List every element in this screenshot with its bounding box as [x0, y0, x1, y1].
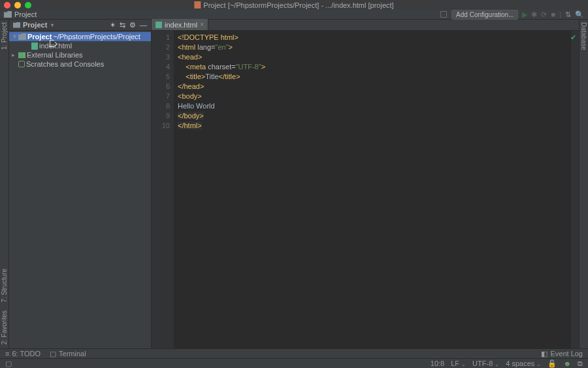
- stop-icon[interactable]: ■: [551, 10, 555, 18]
- scratch-icon: [18, 61, 25, 67]
- window-title: Project [~/PhpstormProjects/Project] - .…: [194, 1, 393, 9]
- folder-icon: [4, 11, 12, 18]
- navigation-bar: Project Add Configuration... ▶ ✱ ⟳ ■ | ⇅…: [0, 10, 588, 20]
- hide-icon[interactable]: —: [140, 21, 147, 29]
- eventlog-icon: ◧: [541, 350, 547, 358]
- line-gutter: 12345678910: [152, 31, 174, 348]
- editor-marker-strip[interactable]: [571, 31, 579, 348]
- tool-database[interactable]: Database: [580, 22, 587, 50]
- sidebar-header: Project ▾ ✶ ⇆ ⚙ —: [9, 20, 151, 31]
- chevron-down-icon[interactable]: ▾: [51, 22, 54, 28]
- close-tab-icon[interactable]: ×: [200, 21, 204, 28]
- tree-scratch-label: Scratches and Consoles: [26, 60, 104, 68]
- html-file-icon: [155, 22, 162, 28]
- status-left-icon[interactable]: ▢: [5, 360, 12, 368]
- html-file-icon: [31, 42, 38, 50]
- editor-area: index.html × 12345678910 <!DOCTYPE html>…: [152, 20, 579, 348]
- library-icon: [18, 52, 25, 58]
- tree-scratches[interactable]: Scratches and Consoles: [9, 59, 151, 69]
- tab-index-html[interactable]: index.html ×: [152, 19, 208, 30]
- tool-project[interactable]: 1: Project: [1, 22, 8, 50]
- tree-root-path: ~/PhpstormProjects/Project: [53, 33, 140, 41]
- tab-label: index.html: [165, 21, 197, 29]
- file-icon: [194, 1, 201, 8]
- terminal-icon: ▢: [50, 350, 56, 358]
- project-tree[interactable]: ▼ Project ~/PhpstormProjects/Project ind…: [9, 31, 151, 70]
- right-tool-gutter: Database: [579, 20, 588, 348]
- status-readonly-icon[interactable]: 🔓: [547, 360, 557, 368]
- run-icon[interactable]: ▶: [522, 10, 527, 19]
- tool-terminal[interactable]: ▢Terminal: [50, 350, 86, 358]
- sidebar-title[interactable]: Project: [23, 21, 47, 29]
- todo-icon: ≡: [5, 350, 9, 358]
- search-icon[interactable]: 🔍: [575, 10, 584, 19]
- expand-icon[interactable]: ▸: [12, 52, 17, 58]
- tool-favorites[interactable]: 2: Favorites: [1, 310, 8, 344]
- breadcrumb-project[interactable]: Project: [14, 10, 37, 18]
- status-encoding[interactable]: UTF-8 ⌄: [472, 360, 499, 367]
- locate-icon[interactable]: ✶: [110, 21, 116, 29]
- status-caret-pos[interactable]: 10:8: [431, 360, 444, 367]
- coverage-icon[interactable]: ⟳: [541, 10, 547, 19]
- tree-file-index[interactable]: index.html: [9, 41, 151, 50]
- tool-event-log[interactable]: ◧Event Log: [541, 350, 583, 358]
- project-sidebar: Project ▾ ✶ ⇆ ⚙ — ▼ Project ~/PhpstormPr…: [9, 20, 152, 348]
- folder-icon: [13, 22, 20, 28]
- window-title-text: Project [~/PhpstormProjects/Project] - .…: [203, 1, 393, 9]
- debug-icon[interactable]: ✱: [531, 10, 537, 19]
- tree-file-label: index.html: [39, 42, 72, 50]
- editor-body[interactable]: 12345678910 <!DOCTYPE html> <html lang="…: [152, 31, 579, 348]
- tree-root-name: Project: [27, 33, 52, 41]
- tree-project-root[interactable]: ▼ Project ~/PhpstormProjects/Project: [9, 32, 151, 41]
- status-bar: ▢ 10:8 LF ⌄ UTF-8 ⌄ 4 spaces ⌄ 🔓 ☻ ⧉: [0, 358, 588, 368]
- update-icon[interactable]: ⇅: [565, 10, 571, 19]
- traffic-lights: [4, 2, 31, 8]
- tree-external-libs[interactable]: ▸ External Libraries: [9, 50, 151, 59]
- close-window-icon[interactable]: [4, 2, 10, 8]
- left-tool-gutter: 1: Project 7: Structure 2: Favorites: [0, 20, 9, 348]
- tool-structure[interactable]: 7: Structure: [1, 269, 8, 303]
- zoom-window-icon[interactable]: [25, 2, 31, 8]
- build-icon[interactable]: [440, 10, 448, 18]
- gear-icon[interactable]: ⚙: [129, 21, 136, 29]
- collapse-icon[interactable]: ⇆: [120, 21, 125, 29]
- status-line-ending[interactable]: LF ⌄: [451, 360, 466, 367]
- folder-icon: [18, 33, 26, 40]
- window-titlebar: Project [~/PhpstormProjects/Project] - .…: [0, 0, 588, 10]
- editor-tabs: index.html ×: [152, 20, 579, 31]
- add-configuration-button[interactable]: Add Configuration...: [451, 10, 518, 20]
- status-inspection-icon[interactable]: ☻: [563, 360, 571, 367]
- status-indent[interactable]: 4 spaces ⌄: [506, 360, 541, 367]
- tool-todo[interactable]: ≡6: TODO: [5, 350, 41, 358]
- bottom-toolbar: ≡6: TODO ▢Terminal ◧Event Log: [0, 348, 588, 358]
- expand-icon[interactable]: ▼: [12, 33, 17, 40]
- tree-libs-label: External Libraries: [27, 51, 83, 59]
- minimize-window-icon[interactable]: [14, 2, 21, 8]
- status-memory-icon[interactable]: ⧉: [578, 360, 583, 368]
- code-content[interactable]: <!DOCTYPE html> <html lang="en"> <head> …: [174, 31, 571, 348]
- svg-rect-0: [441, 12, 447, 18]
- inspection-ok-icon[interactable]: ✔: [570, 33, 576, 42]
- main-area: 1: Project 7: Structure 2: Favorites Pro…: [0, 20, 588, 348]
